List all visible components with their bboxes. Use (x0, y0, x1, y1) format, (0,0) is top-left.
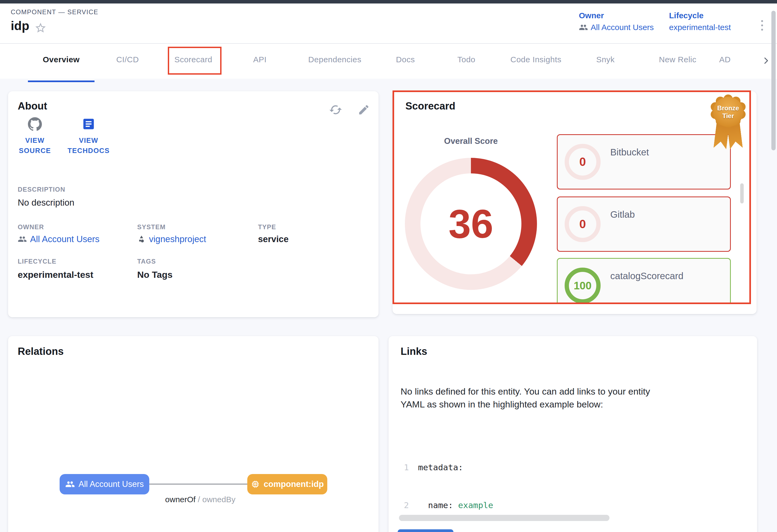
component-node-label: component:idp (264, 480, 324, 489)
active-tab-indicator (28, 81, 95, 82)
score-name: Gitlab (610, 209, 635, 220)
scorecard-title: Scorecard (406, 100, 455, 112)
people-icon (18, 235, 27, 244)
links-title: Links (401, 346, 427, 357)
system-label: SYSTEM (137, 223, 165, 231)
breadcrumb: COMPONENT — SERVICE (11, 8, 98, 16)
header-owner-value: All Account Users (591, 23, 654, 32)
header-owner-label: Owner (579, 11, 654, 20)
tab-todo[interactable]: Todo (457, 55, 475, 64)
relation-node-component[interactable]: component:idp (247, 474, 327, 495)
relation-node-owner[interactable]: All Account Users (60, 474, 149, 495)
tab-docs[interactable]: Docs (396, 55, 415, 64)
people-icon (579, 23, 588, 32)
header-owner: Owner All Account Users (579, 11, 654, 32)
header-lifecycle-label: Lifecycle (669, 11, 731, 20)
entity-header: COMPONENT — SERVICE idp Owner All Accoun… (0, 3, 777, 79)
about-title: About (18, 100, 47, 112)
tab-snyk[interactable]: Snyk (596, 55, 615, 64)
tab-api[interactable]: API (253, 55, 266, 64)
header-divider (0, 43, 777, 44)
tab-new-relic[interactable]: New Relic (659, 55, 696, 64)
lifecycle-label: LIFECYCLE (18, 258, 57, 265)
view-techdocs-label: VIEW TECHDOCS (65, 135, 113, 156)
score-name: catalogScorecard (610, 271, 683, 281)
about-card: About VIEW SOURCE VIEW TECHDOCS DESCRIPT… (8, 91, 378, 317)
header-lifecycle-value: experimental-test (669, 23, 731, 32)
clipped-blue-button[interactable] (398, 529, 453, 532)
links-empty-text: No links defined for this entity. You ca… (401, 385, 650, 411)
owner-link[interactable]: All Account Users (18, 234, 100, 244)
lifecycle-value: experimental-test (18, 269, 93, 280)
score-name: Bitbucket (610, 147, 649, 157)
refresh-icon[interactable] (329, 103, 343, 117)
code-line: 2 name: example (399, 499, 751, 512)
owner-value: All Account Users (30, 234, 100, 244)
header-owner-link[interactable]: All Account Users (579, 23, 654, 32)
score-item-bitbucket[interactable]: 0 Bitbucket (557, 134, 731, 189)
score-item-catalogscorecard[interactable]: 100 catalogScorecard (557, 258, 731, 303)
yaml-code-block: 1metadata: 2 name: example 3 links: 4 - … (399, 436, 751, 514)
system-link[interactable]: vigneshproject (137, 234, 206, 244)
relation-edge-label: ownerOf / ownedBy (155, 495, 246, 504)
tab-scorecard[interactable]: Scorecard (174, 55, 212, 64)
links-card: Links No links defined for this entity. … (388, 336, 757, 532)
type-value: service (258, 234, 289, 244)
tabs-scroll-chevron-right-icon[interactable] (761, 56, 771, 65)
system-value: vigneshproject (149, 234, 206, 244)
system-category-icon (137, 235, 146, 244)
overall-score-donut: 36 (405, 158, 537, 290)
relations-title: Relations (18, 346, 64, 357)
view-source-label: VIEW SOURCE (17, 135, 52, 156)
bronze-tier-badge: Bronze Tier (711, 95, 746, 149)
edit-pencil-icon[interactable] (358, 104, 371, 118)
code-line: 1metadata: (399, 461, 751, 474)
scorecard-card: Scorecard Overall Score 36 0 Bitbucket 0… (393, 91, 757, 314)
owner-label: OWNER (18, 223, 44, 231)
owner-node-label: All Account Users (79, 480, 144, 489)
tab-dependencies[interactable]: Dependencies (308, 55, 361, 64)
more-options-kebab-icon[interactable] (757, 16, 767, 35)
techdocs-article-icon (82, 117, 96, 131)
score-gauge: 100 (565, 268, 600, 303)
badge-line2: Tier (722, 112, 734, 120)
tab-overflow-clipped[interactable]: AD (719, 55, 731, 64)
description-label: DESCRIPTION (18, 186, 65, 193)
page-title: idp (11, 18, 29, 33)
favorite-star-icon[interactable] (34, 22, 47, 34)
relations-card: Relations ownerOf / ownedBy All Account … (8, 336, 378, 532)
tags-value: No Tags (137, 269, 173, 280)
description-value: No description (18, 197, 74, 208)
tab-cicd[interactable]: CI/CD (116, 55, 139, 64)
tab-overview[interactable]: Overview (43, 55, 80, 64)
score-item-gitlab[interactable]: 0 Gitlab (557, 196, 731, 252)
github-icon (28, 117, 42, 131)
badge-line1: Bronze (717, 104, 739, 112)
chip-icon (251, 480, 260, 489)
overall-score-value: 36 (449, 201, 493, 247)
code-horizontal-scrollbar[interactable] (399, 515, 609, 521)
tab-code-insights[interactable]: Code Insights (511, 55, 561, 64)
view-techdocs-button[interactable]: VIEW TECHDOCS (59, 117, 118, 156)
scorecard-list-scrollbar[interactable] (740, 183, 744, 204)
people-icon (65, 480, 75, 489)
score-gauge: 0 (565, 144, 600, 180)
tags-label: TAGS (137, 258, 156, 265)
overall-score-label: Overall Score (431, 136, 511, 146)
type-label: TYPE (258, 223, 276, 231)
top-window-bar (0, 0, 777, 3)
page-scrollbar[interactable] (771, 11, 776, 150)
view-source-button[interactable]: VIEW SOURCE (13, 117, 57, 156)
scorecard-list: 0 Bitbucket 0 Gitlab 100 catalogScorecar… (554, 132, 744, 303)
score-gauge: 0 (565, 206, 600, 242)
relation-edge-line (149, 484, 247, 485)
header-lifecycle: Lifecycle experimental-test (669, 11, 731, 32)
